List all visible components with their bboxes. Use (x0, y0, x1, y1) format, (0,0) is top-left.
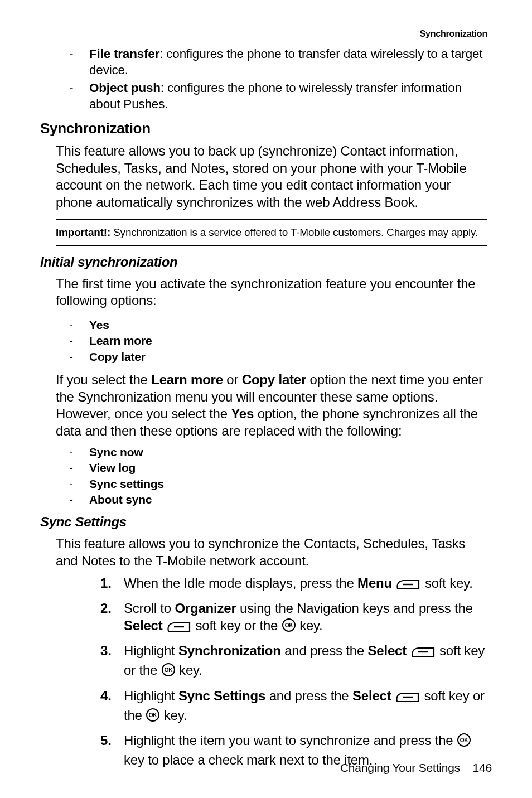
text-bold: Organizer (175, 601, 236, 616)
softkey-icon (410, 644, 436, 661)
text-run: key. (179, 662, 202, 678)
important-text: Synchronization is a service offered to … (110, 226, 478, 238)
steps-list: When the Idle mode displays, press the M… (100, 574, 486, 769)
options-list: - Yes - Learn more - Copy later (79, 317, 492, 365)
body-paragraph: This feature allows you to synchronize t… (56, 535, 487, 569)
text-bold: Select (352, 688, 391, 703)
text-run: soft key. (425, 575, 473, 591)
footer-chapter: Changing Your Settings (340, 761, 460, 774)
text-run: soft key or the (195, 618, 281, 633)
body-paragraph: If you select the Learn more or Copy lat… (56, 371, 487, 440)
option-item: - Yes (79, 317, 492, 333)
step-item: Highlight Synchronization and press the … (100, 642, 486, 681)
softkey-icon (395, 577, 421, 594)
intro-bullets: - File transfer: configures the phone to… (79, 46, 492, 112)
subsection-heading: Initial synchronization (40, 254, 492, 270)
ok-key-icon: OK (146, 708, 160, 726)
important-label: Important!: (56, 226, 110, 238)
step-item: When the Idle mode displays, press the M… (100, 574, 486, 594)
bullet-item: - Object push: configures the phone to w… (79, 80, 492, 113)
text-bold: Select (368, 643, 407, 658)
svg-text:OK: OK (164, 667, 173, 673)
option-item: - Learn more (79, 333, 492, 349)
ok-key-icon: OK (282, 618, 296, 636)
option-item: - Copy later (79, 349, 492, 365)
svg-text:OK: OK (284, 622, 293, 628)
option-label: Learn more (89, 334, 152, 347)
text-run: key. (164, 708, 187, 723)
text-run: Highlight the item you want to synchroni… (124, 733, 457, 748)
important-note: Important!: Synchronization is a service… (56, 219, 487, 246)
section-heading: Synchronization (40, 120, 492, 137)
option-item: - View log (79, 460, 492, 476)
option-label: Sync settings (89, 477, 164, 490)
page: Synchronization - File transfer: configu… (0, 0, 532, 798)
bullet-term: Object push (89, 81, 161, 95)
running-head: Synchronization (40, 29, 487, 39)
body-paragraph: The first time you activate the synchron… (56, 275, 487, 309)
text-bold: Copy later (242, 372, 306, 387)
text-run: Highlight (124, 643, 178, 658)
softkey-icon (395, 689, 420, 707)
options-list: - Sync now - View log - Sync settings - … (79, 444, 492, 507)
text-bold: Select (124, 618, 163, 633)
text-bold: Menu (357, 575, 392, 591)
step-item: Highlight Sync Settings and press the Se… (100, 687, 486, 726)
page-footer: Changing Your Settings 146 (340, 761, 492, 775)
ok-key-icon: OK (161, 662, 176, 681)
subsection-heading: Sync Settings (40, 514, 492, 530)
text-run: When the Idle mode displays, press the (124, 575, 357, 591)
svg-text:OK: OK (149, 712, 158, 718)
text-run: key. (299, 618, 322, 633)
option-label: Copy later (89, 350, 146, 363)
text-run: Scroll to (124, 601, 175, 616)
text-bold: Synchronization (178, 643, 281, 658)
option-label: About sync (89, 493, 152, 506)
softkey-icon (166, 619, 192, 636)
step-item: Scroll to Organizer using the Navigation… (100, 599, 486, 636)
body-paragraph: This feature allows you to back up (sync… (56, 143, 487, 211)
option-item: - About sync (79, 492, 492, 507)
bullet-term: File transfer (89, 47, 159, 61)
text-run: If you select the (56, 372, 151, 387)
text-run: using the Navigation keys and press the (236, 601, 473, 616)
text-bold: Sync Settings (178, 688, 265, 703)
text-bold: Yes (231, 406, 254, 421)
text-bold: Learn more (151, 372, 223, 387)
svg-text:OK: OK (460, 737, 469, 743)
option-item: - Sync settings (79, 476, 492, 492)
text-run: and press the (265, 688, 352, 703)
option-label: Yes (89, 318, 109, 331)
text-run: and press the (281, 643, 368, 658)
text-run: or (223, 372, 242, 387)
option-label: Sync now (89, 446, 143, 458)
text-run: Highlight (124, 688, 178, 703)
ok-key-icon: OK (457, 733, 471, 751)
option-label: View log (89, 461, 136, 474)
option-item: - Sync now (79, 444, 492, 460)
footer-page-number: 146 (473, 761, 492, 774)
text-run: key to place a check mark next to the it… (124, 752, 373, 767)
bullet-item: - File transfer: configures the phone to… (79, 46, 492, 79)
